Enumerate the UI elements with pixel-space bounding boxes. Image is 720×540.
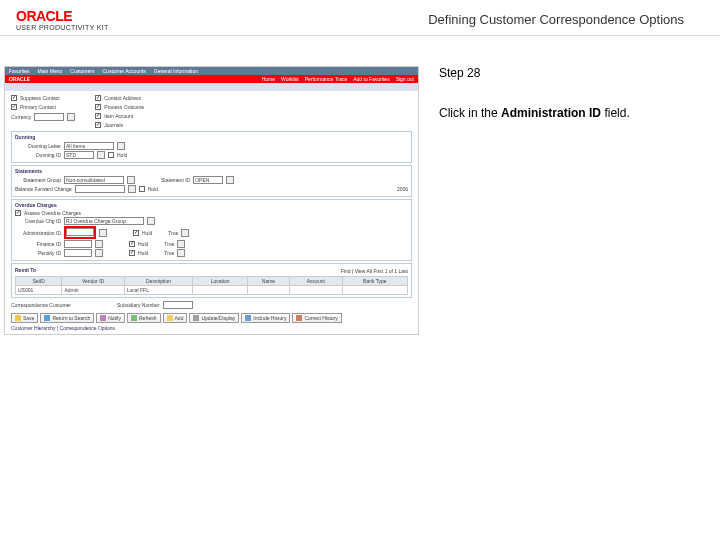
- button-label: Include History: [253, 315, 286, 321]
- checkbox[interactable]: [95, 95, 101, 101]
- label: Statement Group: [15, 177, 61, 183]
- save-button[interactable]: Save: [11, 313, 38, 323]
- breadcrumb[interactable]: Customer Hierarchy | Correspondence Opti…: [11, 325, 412, 331]
- menu-item[interactable]: Customers: [70, 68, 94, 74]
- label: Assess Overdue Charges: [24, 210, 81, 216]
- overdue-section: Overdue Charges Assess Overdue Charges O…: [11, 199, 412, 261]
- finance-id-input[interactable]: [64, 240, 92, 248]
- stmt-id-input[interactable]: OPEN: [193, 176, 223, 184]
- dropdown-icon[interactable]: [95, 249, 103, 257]
- app-topmenu: Favorites Main Menu Customers Customer A…: [5, 67, 418, 75]
- dunning-id-input[interactable]: STD: [64, 151, 94, 159]
- checkbox[interactable]: [129, 241, 135, 247]
- lookup-icon[interactable]: [226, 176, 234, 184]
- currency-input[interactable]: [34, 113, 64, 121]
- cell: [289, 286, 342, 295]
- text: field.: [601, 106, 630, 120]
- checkbox[interactable]: [95, 113, 101, 119]
- dropdown-icon[interactable]: [147, 217, 155, 225]
- cell: Local FFL: [124, 286, 193, 295]
- find-link[interactable]: Find | View All: [341, 268, 372, 274]
- upk-label: USER PRODUCTIVITY KIT: [16, 24, 109, 31]
- section-header: Remit To: [15, 267, 36, 273]
- checkbox[interactable]: [133, 230, 139, 236]
- dropdown-icon[interactable]: [181, 229, 189, 237]
- menu-item[interactable]: Customer Accounts: [102, 68, 145, 74]
- button-bar: SaveReturn to SearchNotifyRefreshAddUpda…: [11, 313, 412, 323]
- checkbox[interactable]: [11, 95, 17, 101]
- cell: US001: [16, 286, 62, 295]
- label: Journals: [104, 122, 123, 128]
- include-button[interactable]: Include History: [241, 313, 290, 323]
- text: Click in the: [439, 106, 501, 120]
- link-signout[interactable]: Sign out: [396, 76, 414, 82]
- bal-input[interactable]: [75, 185, 125, 193]
- link-fav[interactable]: Add to Favorites: [353, 76, 389, 82]
- button-label: Update/Display: [201, 315, 235, 321]
- app-rlinks: Home Worklist Performance Trace Add to F…: [262, 76, 414, 82]
- label: Subsidiary Number: [117, 302, 160, 308]
- section-header: Dunning: [15, 134, 408, 140]
- overdue-chg-input[interactable]: RJ Overdue Charge Group: [64, 217, 144, 225]
- label: Process Outcome: [104, 104, 144, 110]
- administration-id-input[interactable]: [66, 228, 94, 236]
- menu-item[interactable]: General Information: [154, 68, 198, 74]
- update-button[interactable]: Update/Display: [189, 313, 239, 323]
- checkbox[interactable]: [95, 122, 101, 128]
- instruction-text: Click in the Administration ID field.: [439, 106, 630, 120]
- sub-number-input[interactable]: [163, 301, 193, 309]
- checkbox[interactable]: [11, 104, 17, 110]
- dropdown-icon[interactable]: [177, 240, 185, 248]
- instruction-pane: Step 28 Click in the Administration ID f…: [419, 66, 630, 335]
- dropdown-icon[interactable]: [128, 185, 136, 193]
- refresh-button[interactable]: Refresh: [127, 313, 161, 323]
- label: Administration ID: [15, 230, 61, 236]
- checkbox[interactable]: [95, 104, 101, 110]
- stmt-group-input[interactable]: Non-consolidated: [64, 176, 124, 184]
- label: Finance ID: [15, 241, 61, 247]
- dunning-letter-input[interactable]: All Items: [64, 142, 114, 150]
- button-icon: [167, 315, 173, 321]
- col-header: Name: [247, 277, 289, 286]
- link-home[interactable]: Home: [262, 76, 275, 82]
- checkbox[interactable]: [129, 250, 135, 256]
- penalty-id-input[interactable]: [64, 249, 92, 257]
- field-name: Administration ID: [501, 106, 601, 120]
- content-row: Favorites Main Menu Customers Customer A…: [0, 66, 720, 335]
- lookup-icon[interactable]: [97, 151, 105, 159]
- label: Dunning Letter: [15, 143, 61, 149]
- app-body: Suppress Contact Primary Contact Currenc…: [5, 91, 418, 334]
- col-header: Description: [124, 277, 193, 286]
- menu-item[interactable]: Main Menu: [38, 68, 63, 74]
- label: Penalty ID: [15, 250, 61, 256]
- dropdown-icon[interactable]: [127, 176, 135, 184]
- dropdown-icon[interactable]: [117, 142, 125, 150]
- app-brand: ORACLE: [9, 76, 30, 82]
- lookup-icon[interactable]: [67, 113, 75, 121]
- app-pane: Favorites Main Menu Customers Customer A…: [4, 66, 419, 335]
- label: Dunning ID: [15, 152, 61, 158]
- checkbox[interactable]: [139, 186, 145, 192]
- button-icon: [100, 315, 106, 321]
- menu-item[interactable]: Favorites: [9, 68, 30, 74]
- lookup-icon[interactable]: [99, 229, 107, 237]
- label: Balance Forward Change: [15, 186, 72, 192]
- link-worklist[interactable]: Worklist: [281, 76, 299, 82]
- correct-button[interactable]: Correct History: [292, 313, 341, 323]
- link-perf[interactable]: Performance Trace: [305, 76, 348, 82]
- notify-button[interactable]: Notify: [96, 313, 125, 323]
- col-header: Bank Type: [342, 277, 407, 286]
- cell: [247, 286, 289, 295]
- section-header: Statements: [15, 168, 408, 174]
- cell: [342, 286, 407, 295]
- lookup-icon[interactable]: [95, 240, 103, 248]
- col-header: Location: [193, 277, 248, 286]
- col-header: Account: [289, 277, 342, 286]
- dropdown-icon[interactable]: [177, 249, 185, 257]
- checkbox[interactable]: [108, 152, 114, 158]
- checkbox[interactable]: [15, 210, 21, 216]
- add-button[interactable]: Add: [163, 313, 188, 323]
- label: Item Account: [104, 113, 133, 119]
- table-row[interactable]: US001 Admin Local FFL: [16, 286, 408, 295]
- return-button[interactable]: Return to Search: [40, 313, 94, 323]
